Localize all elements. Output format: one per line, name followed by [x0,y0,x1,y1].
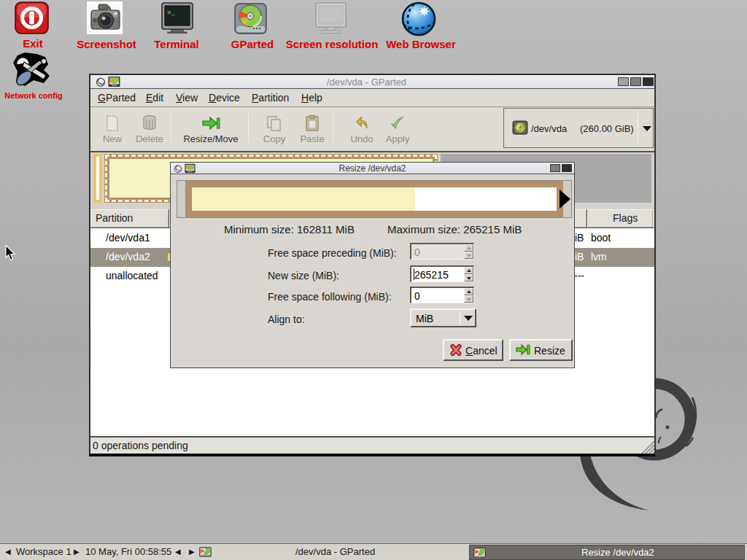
svg-text:>_: >_ [167,9,175,17]
